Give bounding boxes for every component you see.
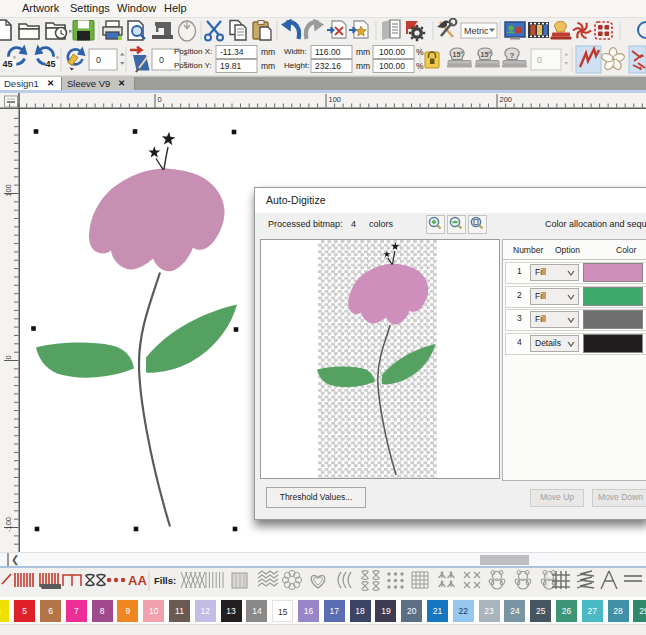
svg-text:100.00: 100.00 <box>379 47 405 57</box>
svg-text:Width:: Width: <box>284 47 307 56</box>
svg-text:Metric: Metric <box>464 26 489 36</box>
svg-text:Position X:: Position X: <box>174 47 212 56</box>
svg-text:Fills:: Fills: <box>154 575 176 586</box>
svg-text:mm: mm <box>261 47 275 57</box>
svg-text:Position Y:: Position Y: <box>174 61 212 70</box>
svg-text:15°: 15° <box>481 51 492 58</box>
svg-text:°: ° <box>56 56 59 63</box>
svg-text:0: 0 <box>159 55 164 65</box>
svg-text:45: 45 <box>46 59 56 69</box>
svg-text:mm: mm <box>356 47 370 57</box>
svg-text:-100: -100 <box>4 516 13 531</box>
svg-text:15°: 15° <box>453 51 464 58</box>
svg-text:°: ° <box>13 56 16 63</box>
svg-text:mm: mm <box>356 61 370 71</box>
svg-text:?: ? <box>510 51 515 60</box>
svg-text:0: 0 <box>537 55 542 65</box>
svg-text:0: 0 <box>96 55 101 65</box>
svg-text:232.16: 232.16 <box>315 61 341 71</box>
svg-text:%: % <box>416 61 424 71</box>
svg-text:100.00: 100.00 <box>379 61 405 71</box>
svg-text:100: 100 <box>4 184 13 197</box>
svg-text:0: 0 <box>158 94 162 103</box>
svg-text:19.81: 19.81 <box>220 61 242 71</box>
svg-text:0: 0 <box>4 355 13 359</box>
svg-text:100: 100 <box>329 94 342 103</box>
svg-text:45: 45 <box>3 59 13 69</box>
svg-text:mm: mm <box>261 61 275 71</box>
svg-text:116.00: 116.00 <box>315 47 341 57</box>
svg-text:AA: AA <box>128 573 147 588</box>
svg-text:200: 200 <box>500 94 513 103</box>
svg-text:%: % <box>416 47 424 57</box>
svg-text:Height:: Height: <box>284 61 309 70</box>
svg-text:-11.34: -11.34 <box>220 47 244 57</box>
